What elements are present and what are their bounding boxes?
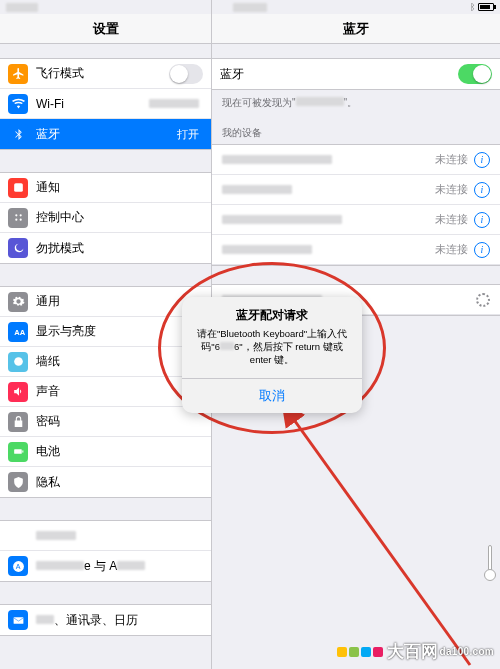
sidebar-item-cloud[interactable] (0, 521, 211, 551)
bluetooth-status-icon: ᛒ (470, 2, 475, 12)
sidebar-item-label: 蓝牙 (36, 126, 177, 143)
batt-icon (8, 442, 28, 462)
sidebar-item-label: Wi-Fi (36, 97, 149, 111)
dnd-icon (8, 238, 28, 258)
sidebar-item-墙纸[interactable]: 墙纸 (0, 347, 211, 377)
alert-message: 请在"Bluetooth Keyboard"上输入代码"66"，然后按下 ret… (182, 326, 362, 378)
cloud-icon (8, 526, 28, 546)
my-devices-header: 我的设备 (212, 112, 500, 144)
sidebar-item-label: 勿扰模式 (36, 240, 203, 257)
sidebar-item-Wi-Fi[interactable]: Wi-Fi (0, 89, 211, 119)
svg-point-4 (19, 219, 21, 221)
sidebar-item-密码[interactable]: 密码 (0, 407, 211, 437)
sidebar-item-label: 电池 (36, 443, 203, 460)
svg-text:AA: AA (14, 328, 25, 337)
svg-point-6 (14, 357, 23, 366)
device-list: 未连接i未连接i未连接i未连接i (212, 144, 500, 266)
watermark-url: da100.com (440, 646, 494, 657)
bluetooth-switch[interactable] (458, 64, 492, 84)
device-status: 未连接 (435, 242, 468, 257)
notif-icon (8, 178, 28, 198)
sidebar-item-label: e 与 A (36, 558, 203, 575)
info-icon[interactable]: i (474, 152, 490, 168)
display-icon: AA (8, 322, 28, 342)
svg-point-1 (15, 214, 17, 216)
sound-icon (8, 382, 28, 402)
sidebar-item-通用[interactable]: 通用 (0, 287, 211, 317)
sidebar-item-电池[interactable]: 电池 (0, 437, 211, 467)
sidebar-item-label: 声音 (36, 383, 203, 400)
sidebar-item-label: 飞行模式 (36, 65, 169, 82)
sidebar-item-飞行模式[interactable]: 飞行模式 (0, 59, 211, 89)
svg-text:A: A (15, 563, 20, 570)
sidebar-item-label: 通用 (36, 293, 203, 310)
sidebar-item-控制中心[interactable]: 控制中心 (0, 203, 211, 233)
sidebar-item-显示与亮度[interactable]: AA显示与亮度 (0, 317, 211, 347)
device-status: 未连接 (435, 152, 468, 167)
gear-icon (8, 292, 28, 312)
overlay-handle[interactable] (484, 545, 496, 581)
svg-point-2 (19, 214, 21, 216)
sidebar-item-store[interactable]: Ae 与 A (0, 551, 211, 581)
device-name-blur (222, 155, 332, 164)
alert-title: 蓝牙配对请求 (182, 297, 362, 326)
sidebar-title: 设置 (0, 14, 211, 44)
device-row[interactable]: 未连接i (212, 175, 500, 205)
toggle-switch[interactable] (169, 64, 203, 84)
sidebar-item-label: 墙纸 (36, 353, 203, 370)
discovery-text: 现在可被发现为""。 (212, 90, 500, 112)
svg-rect-8 (22, 450, 23, 452)
alert-cancel-button[interactable]: 取消 (182, 378, 362, 413)
device-row[interactable]: 未连接i (212, 205, 500, 235)
detail-title: 蓝牙 (212, 14, 500, 44)
sidebar-item-通知[interactable]: 通知 (0, 173, 211, 203)
sidebar-item-mail[interactable]: 、通讯录、日历 (0, 605, 211, 635)
settings-sidebar: 设置 飞行模式Wi-Fi蓝牙打开通知控制中心勿扰模式通用AA显示与亮度墙纸声音密… (0, 0, 212, 669)
sidebar-item-label (36, 529, 203, 543)
sidebar-item-label: 隐私 (36, 474, 203, 491)
carrier-blur (6, 3, 38, 12)
device-row[interactable]: 未连接i (212, 145, 500, 175)
svg-rect-11 (13, 617, 23, 624)
watermark-text: 大百网 (387, 640, 438, 663)
info-icon[interactable]: i (474, 182, 490, 198)
battery-icon (478, 3, 494, 11)
device-name-blur (222, 245, 312, 254)
watermark: 大百网 da100.com (337, 640, 494, 663)
sidebar-item-声音[interactable]: 声音 (0, 377, 211, 407)
sidebar-item-勿扰模式[interactable]: 勿扰模式 (0, 233, 211, 263)
status-bar-left (0, 0, 211, 14)
sidebar-item-label: 控制中心 (36, 209, 203, 226)
info-icon[interactable]: i (474, 242, 490, 258)
watermark-logo (337, 647, 383, 657)
sidebar-item-label: 、通讯录、日历 (36, 612, 203, 629)
time-blur (233, 3, 267, 12)
device-status: 未连接 (435, 212, 468, 227)
svg-point-3 (15, 219, 17, 221)
store-icon: A (8, 556, 28, 576)
airplane-icon (8, 64, 28, 84)
sidebar-item-label: 密码 (36, 413, 203, 430)
bluetooth-toggle-row[interactable]: 蓝牙 (212, 59, 500, 89)
wall-icon (8, 352, 28, 372)
priv-icon (8, 472, 28, 492)
svg-rect-7 (14, 449, 22, 453)
svg-rect-0 (14, 183, 23, 192)
device-name-blur (222, 215, 342, 224)
sidebar-item-label: 显示与亮度 (36, 323, 203, 340)
wifi-icon (8, 94, 28, 114)
sidebar-item-label: 通知 (36, 179, 203, 196)
device-status: 未连接 (435, 182, 468, 197)
mail-icon (8, 610, 28, 630)
spinner-icon (476, 293, 490, 307)
bt-icon (8, 124, 28, 144)
info-icon[interactable]: i (474, 212, 490, 228)
status-bar-right: ᛒ (212, 0, 500, 14)
device-name-blur (222, 185, 292, 194)
device-row[interactable]: 未连接i (212, 235, 500, 265)
bluetooth-label: 蓝牙 (220, 66, 458, 83)
sidebar-item-蓝牙[interactable]: 蓝牙打开 (0, 119, 211, 149)
pass-icon (8, 412, 28, 432)
pairing-alert: 蓝牙配对请求 请在"Bluetooth Keyboard"上输入代码"66"，然… (182, 297, 362, 413)
sidebar-item-隐私[interactable]: 隐私 (0, 467, 211, 497)
